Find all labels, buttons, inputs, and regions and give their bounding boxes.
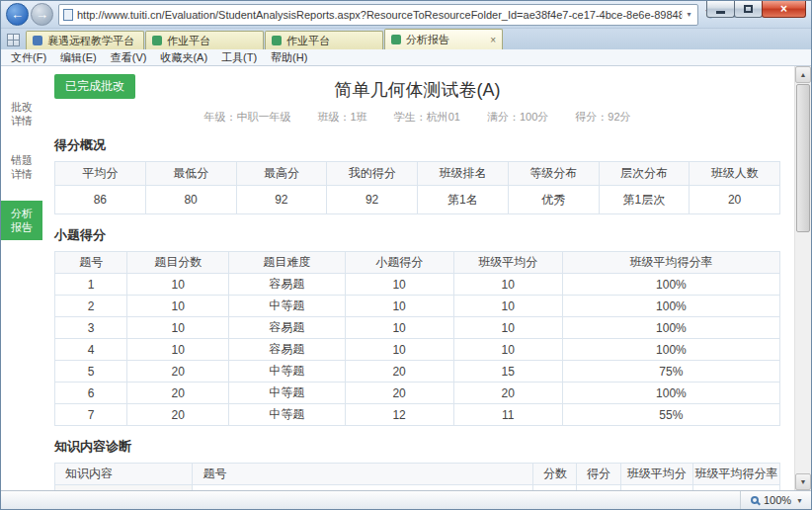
cell: 92 (327, 186, 418, 214)
cell: 100% (562, 339, 779, 361)
menu-tools[interactable]: 工具(T) (214, 50, 264, 65)
knowledge-diagnosis-table: 知识内容 题号 分数 得分 班级平均分 班级平均得分率 四棱锥的体积 第6题 2… (54, 463, 780, 490)
menu-edit[interactable]: 编辑(E) (53, 50, 104, 65)
magnifier-icon (751, 496, 759, 504)
column-header: 平均分 (55, 162, 146, 186)
scrollbar-thumb[interactable] (796, 84, 810, 232)
meta-grade: 年级：中职一年级 (203, 111, 290, 123)
column-header: 小题得分 (345, 252, 453, 274)
column-header: 班级平均分 (620, 464, 692, 485)
tab-favicon-icon (272, 36, 282, 45)
address-dropdown-icon[interactable]: ▾ (682, 10, 695, 19)
browser-window: ← → http://www.tuiti.cn/Evaluation/Stude… (0, 0, 812, 510)
report-main: 已完成批改 简单几何体测试卷(A) 年级：中职一年级 班级：1班 学生：杭州01… (42, 66, 794, 490)
sidebar: 批改 详情 错题 详情 分析 报告 (1, 66, 42, 490)
table-row: 86 80 92 92 第1名 优秀 第1层次 20 (55, 186, 780, 214)
back-button[interactable]: ← (6, 3, 29, 26)
zoom-level: 100% (764, 494, 791, 506)
meta-score: 得分：92分 (575, 111, 630, 123)
minimize-button[interactable] (706, 1, 735, 18)
column-header: 班级排名 (418, 162, 509, 186)
scrollbar-track[interactable] (795, 233, 811, 473)
tab-favicon-icon (391, 35, 401, 44)
cell: 11 (453, 404, 562, 426)
table-row: 1 10 容易题 10 10 100% (55, 274, 780, 296)
table-row: 5 20 中等题 20 15 75% (55, 361, 780, 382)
cell: 第1层次 (599, 186, 690, 214)
menu-view[interactable]: 查看(V) (104, 50, 154, 65)
meta-full-score: 满分：100分 (487, 111, 548, 123)
table-row: 3 10 容易题 10 10 100% (55, 317, 780, 339)
zoom-control[interactable]: 100% ▼ (740, 491, 803, 509)
sidebar-item-wrong-questions[interactable]: 错题 详情 (1, 147, 42, 187)
sidebar-label: 详情 (11, 114, 33, 128)
scroll-up-icon[interactable]: ▲ (795, 66, 811, 83)
cell: 10 (127, 317, 229, 339)
sidebar-item-grading-details[interactable]: 批改 详情 (1, 94, 42, 133)
scroll-down-icon[interactable]: ▼ (795, 473, 811, 490)
column-header: 最高分 (236, 162, 327, 186)
column-header: 题目分数 (127, 252, 229, 274)
cell: 10 (345, 296, 453, 317)
column-header: 题号 (55, 252, 127, 274)
meta-class: 班级：1班 (317, 111, 366, 123)
column-header: 层次分布 (599, 162, 690, 186)
table-row: 7 20 中等题 12 11 55% (55, 404, 780, 426)
tab-strip: 襄遇远程教学平台 作业平台 作业平台 分析报告 × (1, 29, 811, 49)
tab-teaching-platform[interactable]: 襄遇远程教学平台 (26, 31, 144, 49)
page-viewport: 批改 详情 错题 详情 分析 报告 已完成批改 简单几何体测试卷(A) (1, 66, 811, 490)
cell: 6 (55, 382, 127, 404)
tab-analysis-report[interactable]: 分析报告 × (384, 29, 503, 49)
tab-label: 分析报告 (406, 33, 486, 47)
column-header: 题号 (193, 464, 533, 485)
cell: 容易题 (229, 317, 345, 339)
tab-label: 作业平台 (167, 34, 257, 48)
close-button[interactable]: × (762, 1, 806, 18)
vertical-scrollbar[interactable]: ▲ ▼ (794, 66, 811, 490)
forward-button[interactable]: → (31, 3, 53, 26)
address-bar[interactable]: http://www.tuiti.cn/Evaluation/StudentAn… (58, 4, 698, 26)
browser-chrome: ← → http://www.tuiti.cn/Evaluation/Stude… (1, 1, 811, 29)
sidebar-label: 报告 (11, 220, 33, 234)
page-favicon-icon (63, 9, 73, 21)
url-text[interactable]: http://www.tuiti.cn/Evaluation/StudentAn… (77, 9, 682, 21)
table-row: 2 10 中等题 10 10 100% (55, 296, 780, 317)
tab-close-icon[interactable]: × (490, 35, 496, 45)
maximize-icon (744, 5, 753, 13)
page-content: 批改 详情 错题 详情 分析 报告 已完成批改 简单几何体测试卷(A) (1, 66, 794, 490)
cell: 10 (127, 274, 229, 296)
cell: 10 (127, 339, 229, 361)
cell: 中等题 (229, 361, 345, 382)
cell: 4 (55, 339, 127, 361)
column-header: 班级人数 (690, 162, 780, 186)
menu-file[interactable]: 文件(F) (4, 50, 53, 65)
tab-homework-platform-1[interactable]: 作业平台 (145, 31, 264, 49)
tab-homework-platform-2[interactable]: 作业平台 (265, 31, 383, 49)
menu-bar: 文件(F) 编辑(E) 查看(V) 收藏夹(A) 工具(T) 帮助(H) (1, 49, 811, 66)
sidebar-item-analysis-report[interactable]: 分析 报告 (1, 201, 42, 240)
zoom-dropdown-icon[interactable]: ▼ (796, 497, 803, 504)
cell: 20 (345, 382, 453, 404)
cell: 100% (562, 274, 779, 296)
tab-label: 襄遇远程教学平台 (47, 34, 137, 48)
quick-tabs-icon[interactable] (7, 34, 20, 46)
sidebar-label: 详情 (11, 167, 33, 181)
cell: 10 (453, 317, 562, 339)
tab-favicon-icon (33, 36, 42, 45)
cell: 20 (453, 382, 562, 404)
menu-help[interactable]: 帮助(H) (264, 50, 314, 65)
menu-favorites[interactable]: 收藏夹(A) (153, 50, 214, 65)
table-row: 6 20 中等题 20 20 100% (55, 382, 780, 404)
column-header: 班级平均分 (453, 252, 562, 274)
tab-label: 作业平台 (286, 34, 376, 48)
section-title-knowledge-diagnosis: 知识内容诊断 (54, 438, 780, 456)
column-header: 最低分 (145, 162, 236, 186)
grading-complete-button[interactable]: 已完成批改 (54, 74, 135, 99)
sidebar-label: 错题 (11, 153, 33, 167)
cell: 第1名 (418, 186, 509, 214)
cell: 优秀 (508, 186, 599, 214)
cell: 10 (345, 339, 453, 361)
status-bar: 100% ▼ (1, 490, 811, 509)
page-title: 简单几何体测试卷(A) (54, 70, 780, 102)
maximize-button[interactable] (734, 1, 763, 18)
